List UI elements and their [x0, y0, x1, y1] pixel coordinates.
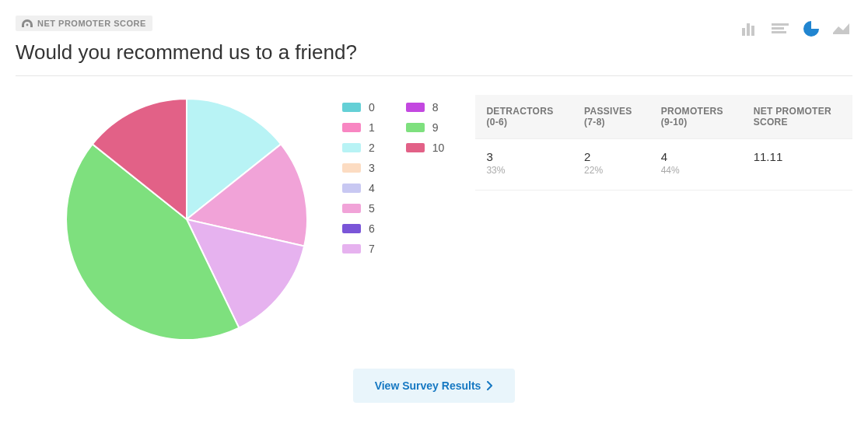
hbar-chart-icon[interactable] — [770, 20, 790, 37]
legend-swatch — [406, 103, 425, 112]
legend-label: 5 — [369, 202, 375, 215]
legend-swatch — [342, 163, 361, 173]
line-chart-icon[interactable] — [832, 20, 852, 37]
pie-chart — [62, 95, 311, 344]
legend-swatch — [342, 103, 361, 112]
svg-rect-5 — [772, 27, 784, 30]
legend-item: 4 — [342, 182, 375, 194]
td-passives: 2 22% — [573, 139, 650, 191]
cta-label: View Survey Results — [375, 379, 481, 392]
chart-type-toggle — [739, 16, 852, 37]
legend-item: 2 — [342, 142, 375, 154]
legend-swatch — [406, 123, 425, 132]
bar-chart-icon[interactable] — [739, 20, 759, 37]
chevron-right-icon — [487, 381, 493, 390]
legend: 01234567 8910 — [342, 95, 444, 255]
legend-swatch — [342, 123, 361, 132]
legend-label: 8 — [432, 101, 439, 114]
legend-label: 7 — [369, 243, 375, 255]
legend-item: 9 — [406, 121, 445, 134]
td-detractors: 3 33% — [475, 139, 573, 191]
legend-item: 7 — [342, 243, 375, 255]
gauge-icon — [22, 19, 33, 27]
legend-swatch — [342, 224, 361, 233]
legend-swatch — [406, 143, 425, 152]
legend-swatch — [342, 184, 361, 193]
svg-point-0 — [26, 24, 29, 26]
legend-label: 10 — [432, 142, 445, 154]
legend-label: 1 — [369, 121, 375, 134]
nps-badge: NET PROMOTER SCORE — [16, 16, 152, 31]
question-title: Would you recommend us to a friend? — [16, 40, 739, 65]
legend-label: 3 — [369, 162, 375, 174]
th-passives: PASSIVES (7-8) — [573, 95, 650, 139]
legend-item: 8 — [406, 101, 445, 114]
pie-chart-icon[interactable] — [801, 20, 821, 37]
th-promoters: PROMOTERS (9-10) — [650, 95, 743, 139]
legend-item: 5 — [342, 202, 375, 215]
svg-rect-2 — [747, 23, 750, 36]
legend-item: 1 — [342, 121, 375, 134]
view-survey-results-button[interactable]: View Survey Results — [353, 369, 516, 403]
legend-swatch — [342, 244, 361, 253]
svg-rect-6 — [772, 31, 786, 33]
td-score: 11.11 — [743, 139, 852, 191]
badge-label: NET PROMOTER SCORE — [37, 19, 146, 28]
legend-item: 6 — [342, 222, 375, 235]
th-detractors: DETRACTORS (0-6) — [475, 95, 573, 139]
legend-item: 0 — [342, 101, 375, 114]
th-score: NET PROMOTER SCORE — [743, 95, 852, 139]
svg-rect-3 — [751, 26, 754, 36]
td-promoters: 4 44% — [650, 139, 743, 191]
legend-label: 4 — [369, 182, 375, 194]
legend-swatch — [342, 143, 361, 152]
nps-summary-table: DETRACTORS (0-6) PASSIVES (7-8) PROMOTER… — [475, 95, 852, 191]
svg-rect-1 — [742, 28, 745, 36]
legend-item: 3 — [342, 162, 375, 174]
legend-label: 9 — [432, 121, 439, 134]
legend-label: 2 — [369, 142, 375, 154]
divider — [16, 75, 852, 76]
svg-rect-4 — [772, 23, 789, 26]
legend-label: 6 — [369, 222, 375, 235]
legend-label: 0 — [369, 101, 375, 114]
legend-swatch — [342, 204, 361, 213]
legend-item: 10 — [406, 142, 445, 154]
